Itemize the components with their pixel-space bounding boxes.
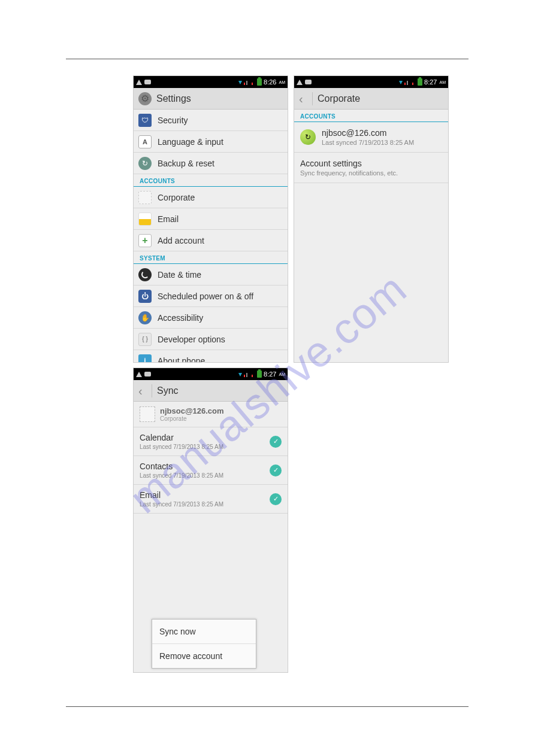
- developer-icon: { }: [138, 333, 152, 346]
- clock-ampm: AM: [279, 80, 286, 84]
- clock-icon: [138, 268, 152, 281]
- check-icon[interactable]: ✓: [270, 493, 282, 505]
- signal-icon-2: [252, 79, 255, 85]
- account-dashed-icon: [140, 406, 155, 422]
- warning-icon: [136, 80, 142, 85]
- chat-icon: [305, 80, 312, 84]
- wifi-icon: ▾: [399, 78, 403, 86]
- chat-icon: [144, 372, 151, 377]
- item-label: Developer options: [158, 335, 225, 344]
- row-subtitle: Sync frequency, notifications, etc.: [300, 169, 442, 177]
- signal-icon-2: [252, 371, 255, 377]
- status-bar: ▾ 8:26 AM: [134, 76, 288, 88]
- power-icon: ⏻: [138, 290, 152, 303]
- wifi-icon: ▾: [238, 78, 242, 86]
- item-label: About phone: [158, 356, 205, 363]
- screenshot-corporate: ▾ 8:27 AM ‹ Corporate ACCOUNTS ↻ njbsoc@…: [294, 75, 449, 363]
- settings-item-language[interactable]: A Language & input: [134, 131, 288, 153]
- menu-sync-now[interactable]: Sync now: [152, 620, 256, 644]
- settings-item-scheduled-power[interactable]: ⏻ Scheduled power on & off: [134, 286, 288, 307]
- warning-icon: [297, 80, 303, 85]
- section-header-accounts: ACCOUNTS: [294, 110, 448, 122]
- item-label: Security: [158, 116, 188, 125]
- warning-icon: [136, 372, 142, 377]
- horizontal-rule-top: [66, 59, 468, 59]
- sync-sub: Last synced 7/19/2013 8:25 AM: [140, 501, 270, 508]
- separator: [152, 384, 152, 397]
- settings-item-security[interactable]: 🛡 Security: [134, 110, 288, 131]
- screen-title: Settings: [156, 93, 191, 104]
- header-type: Corporate: [160, 415, 224, 422]
- settings-item-about[interactable]: i About phone: [134, 350, 288, 363]
- sync-label: Contacts: [140, 462, 270, 471]
- battery-icon: [257, 371, 262, 378]
- info-icon: i: [138, 354, 152, 363]
- signal-icon: [244, 79, 250, 85]
- sync-item-email[interactable]: Email Last synced 7/19/2013 8:25 AM ✓: [134, 485, 288, 514]
- settings-item-backup[interactable]: ↻ Backup & reset: [134, 153, 288, 174]
- section-header-system: SYSTEM: [134, 251, 288, 264]
- clock-ampm: AM: [279, 372, 286, 377]
- backup-icon: ↻: [138, 157, 152, 170]
- sync-sub: Last synced 7/19/2013 8:25 AM: [140, 444, 270, 450]
- hand-icon: ✋: [138, 311, 152, 324]
- sync-sub: Last synced 7/19/2013 8:25 AM: [140, 472, 270, 479]
- wifi-icon: ▾: [238, 370, 242, 378]
- language-icon: A: [138, 135, 152, 148]
- sync-avatar-icon: ↻: [300, 129, 316, 145]
- signal-icon: [404, 79, 410, 85]
- section-header-accounts: ACCOUNTS: [134, 174, 288, 187]
- screen-title: Sync: [157, 385, 179, 396]
- menu-remove-account[interactable]: Remove account: [152, 644, 256, 668]
- sync-item-contacts[interactable]: Contacts Last synced 7/19/2013 8:25 AM ✓: [134, 456, 288, 485]
- battery-icon: [257, 78, 262, 86]
- sync-account-header: njbsoc@126.com Corporate: [134, 402, 288, 427]
- settings-item-datetime[interactable]: Date & time: [134, 264, 288, 286]
- check-icon[interactable]: ✓: [270, 464, 282, 476]
- sync-label: Calendar: [140, 433, 270, 442]
- item-label: Corporate: [158, 193, 195, 202]
- clock-time: 8:27: [424, 78, 437, 86]
- check-icon[interactable]: ✓: [270, 436, 282, 448]
- context-menu: Sync now Remove account: [152, 619, 256, 669]
- screenshot-settings: ▾ 8:26 AM Settings 🛡 Security A Language…: [133, 75, 288, 363]
- settings-item-accessibility[interactable]: ✋ Accessibility: [134, 307, 288, 329]
- account-email: njbsoc@126.com: [322, 128, 414, 138]
- battery-icon: [418, 78, 422, 86]
- account-row[interactable]: ↻ njbsoc@126.com Last synced 7/19/2013 8…: [294, 122, 448, 153]
- settings-item-email[interactable]: Email: [134, 208, 288, 230]
- settings-item-developer[interactable]: { } Developer options: [134, 329, 288, 350]
- back-button[interactable]: ‹: [138, 387, 147, 395]
- clock-time: 8:27: [264, 371, 276, 378]
- clock-time: 8:26: [264, 78, 276, 86]
- row-title: Account settings: [300, 159, 442, 168]
- signal-icon: [244, 371, 250, 377]
- plus-icon: +: [138, 234, 152, 247]
- settings-item-add-account[interactable]: + Add account: [134, 230, 288, 251]
- item-label: Accessibility: [158, 313, 203, 323]
- item-label: Language & input: [158, 137, 223, 147]
- title-bar: ‹ Sync: [134, 380, 288, 402]
- screenshot-sync: ▾ 8:27 AM ‹ Sync njbsoc@126.com Corporat…: [133, 368, 288, 673]
- item-label: Backup & reset: [158, 159, 214, 168]
- settings-item-corporate[interactable]: Corporate: [134, 187, 288, 208]
- item-label: Scheduled power on & off: [158, 292, 253, 301]
- separator: [312, 92, 313, 105]
- horizontal-rule-bottom: [66, 706, 468, 707]
- status-bar: ▾ 8:27 AM: [134, 368, 288, 380]
- corporate-icon: [138, 191, 152, 204]
- shield-icon: 🛡: [138, 114, 152, 127]
- item-label: Add account: [158, 236, 204, 245]
- title-bar: ‹ Corporate: [294, 88, 448, 110]
- item-label: Email: [158, 214, 179, 224]
- back-button[interactable]: ‹: [299, 95, 307, 103]
- title-bar: Settings: [134, 88, 288, 110]
- header-email: njbsoc@126.com: [160, 406, 224, 415]
- sync-item-calendar[interactable]: Calendar Last synced 7/19/2013 8:25 AM ✓: [134, 427, 288, 456]
- account-settings-row[interactable]: Account settings Sync frequency, notific…: [294, 153, 448, 183]
- clock-ampm: AM: [440, 80, 446, 84]
- document-page: ▾ 8:26 AM Settings 🛡 Security A Language…: [0, 0, 535, 756]
- sync-label: Email: [140, 490, 270, 500]
- status-bar: ▾ 8:27 AM: [294, 76, 448, 88]
- gear-icon: [138, 92, 152, 105]
